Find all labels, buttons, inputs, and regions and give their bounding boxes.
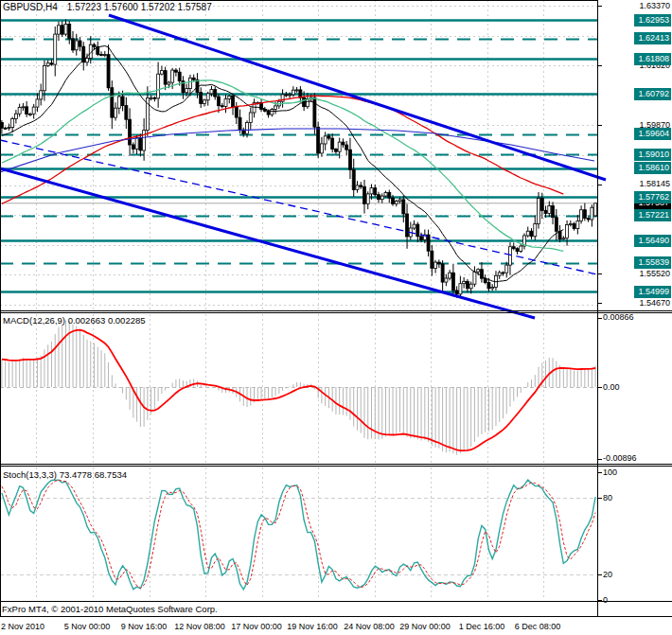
time-label: 9 Nov 16:00 (114, 622, 174, 632)
sr-level-label: 1.60792 (634, 88, 671, 100)
sr-level-label: 1.54999 (634, 286, 671, 298)
sr-level-label: 1.59010 (634, 149, 671, 161)
sr-level-label: 1.57762 (634, 191, 671, 203)
chart-title: GBPUSD,H41.57223 1.57600 1.57202 1.57587 (3, 2, 221, 12)
panel-borders (0, 0, 672, 617)
price-scale-label: 1.54670 (606, 297, 670, 309)
time-label: 2 Nov 2010 (1, 622, 44, 632)
time-label: 6 Dec 08:00 (507, 622, 568, 632)
time-label: 29 Nov 00:00 (395, 622, 455, 632)
time-label: 24 Nov 08:00 (339, 622, 399, 632)
sr-level-label: 1.62413 (634, 32, 671, 44)
ohlc-readout: 1.57223 1.57600 1.57202 1.57587 (67, 2, 212, 12)
time-label: 19 Nov 16:00 (282, 622, 343, 632)
sr-level-label: 1.58610 (634, 162, 671, 174)
time-label: 12 Nov 08:00 (169, 622, 230, 632)
price-scale-label: 1.63370 (606, 0, 670, 12)
macd-indicator-label: MACD(12,26,9) 0.002663 0.002285 (3, 315, 146, 326)
sr-level-label: 1.62953 (634, 14, 671, 26)
sr-level-label: 1.61808 (634, 53, 671, 65)
sr-level-label: 1.55839 (634, 256, 671, 269)
macd-scale-label: 0.00866 (603, 311, 634, 324)
time-label: 1 Dec 16:00 (451, 622, 512, 632)
stoch-scale-label: 0 (603, 594, 608, 607)
candlestick-layer (0, 19, 596, 297)
sr-level-label: 1.59604 (634, 128, 671, 140)
stoch-scale-label: 20 (603, 569, 612, 581)
sr-level-label: 1.56490 (634, 235, 671, 247)
time-label: 5 Nov 00:00 (57, 622, 117, 632)
macd-scale-label: -0.00896 (603, 452, 637, 465)
copyright-label: FxPro MT4, © 2001-2010 MetaQuotes Softwa… (2, 604, 218, 614)
price-scale-label: 1.55520 (606, 268, 670, 280)
stoch-scale-label: 100 (603, 467, 617, 479)
macd-scale-label: 0.00 (603, 381, 620, 394)
price-scale-label: 1.58145 (606, 178, 670, 190)
moving-average-layer (0, 46, 594, 282)
sr-level-label: 1.57221 (634, 209, 671, 221)
stochastic-layer (2, 480, 595, 590)
inner-downtrend-trendline[interactable] (0, 140, 597, 274)
time-label: 17 Nov 00:00 (226, 622, 287, 632)
stoch-scale-label: 80 (603, 492, 612, 504)
channel-bottom-trendline[interactable] (0, 168, 535, 318)
stoch-indicator-label: Stoch(13,3,3) 73.4778 68.7534 (3, 469, 127, 480)
symbol-timeframe-label: GBPUSD,H4 (3, 2, 58, 12)
mt4-chart-window: GBPUSD,H41.57223 1.57600 1.57202 1.57587… (0, 0, 672, 635)
